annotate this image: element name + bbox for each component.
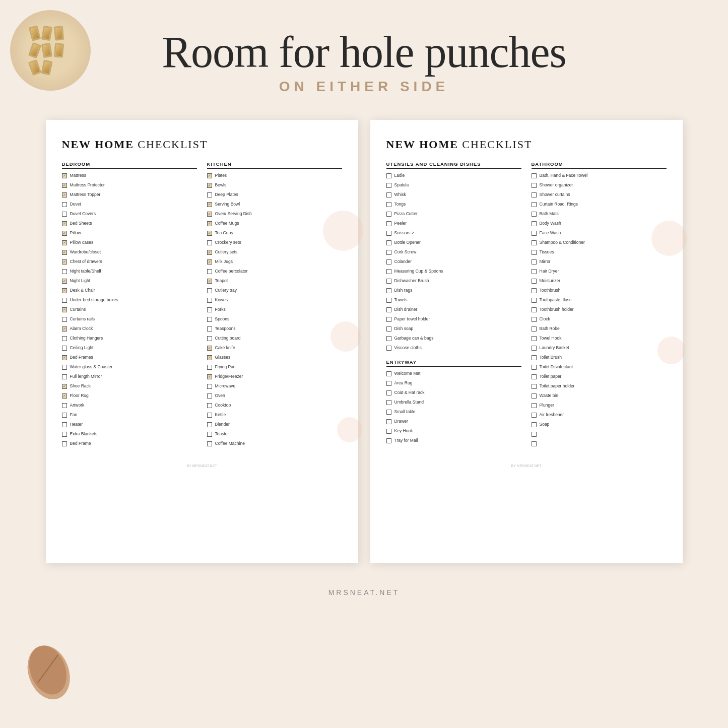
checkbox[interactable] (207, 192, 212, 197)
checkbox[interactable] (532, 279, 537, 284)
checkbox[interactable] (386, 419, 391, 424)
checkbox[interactable] (207, 384, 212, 389)
checkbox[interactable] (386, 336, 391, 341)
checkbox[interactable] (532, 346, 537, 351)
checkbox[interactable] (532, 307, 537, 312)
checkbox[interactable] (62, 393, 67, 399)
checkbox[interactable] (62, 326, 67, 332)
checkbox[interactable] (207, 326, 212, 332)
checkbox[interactable] (532, 259, 537, 264)
checkbox[interactable] (207, 240, 212, 245)
checkbox[interactable] (532, 374, 537, 379)
checkbox[interactable] (532, 221, 537, 226)
checkbox[interactable] (62, 307, 67, 312)
checkbox[interactable] (207, 221, 212, 226)
checkbox[interactable] (62, 441, 67, 446)
checkbox[interactable] (62, 279, 67, 284)
checkbox[interactable] (532, 269, 537, 274)
checkbox[interactable] (532, 288, 537, 293)
checkbox[interactable] (532, 298, 537, 303)
checkbox[interactable] (386, 250, 391, 255)
checkbox[interactable] (207, 393, 212, 399)
checkbox[interactable] (386, 298, 391, 303)
checkbox[interactable] (207, 403, 212, 408)
checkbox[interactable] (532, 336, 537, 341)
checkbox[interactable] (207, 269, 212, 274)
checkbox[interactable] (386, 173, 391, 178)
checkbox[interactable] (62, 231, 67, 236)
checkbox[interactable] (386, 346, 391, 351)
checkbox[interactable] (386, 259, 391, 264)
checkbox[interactable] (532, 413, 537, 418)
checkbox[interactable] (386, 183, 391, 188)
checkbox[interactable] (532, 192, 537, 197)
checkbox[interactable] (62, 384, 67, 389)
checkbox[interactable] (532, 432, 537, 437)
checkbox[interactable] (62, 259, 67, 264)
checkbox[interactable] (386, 307, 391, 312)
checkbox[interactable] (207, 307, 212, 312)
checkbox[interactable] (62, 183, 67, 188)
checkbox[interactable] (62, 374, 67, 379)
checkbox[interactable] (532, 231, 537, 236)
checkbox[interactable] (386, 231, 391, 236)
checkbox[interactable] (62, 173, 67, 178)
checkbox[interactable] (207, 183, 212, 188)
checkbox[interactable] (386, 381, 391, 386)
checkbox[interactable] (207, 231, 212, 236)
checkbox[interactable] (207, 422, 212, 427)
checkbox[interactable] (532, 384, 537, 389)
checkbox[interactable] (386, 221, 391, 226)
checkbox[interactable] (386, 212, 391, 217)
checkbox[interactable] (532, 403, 537, 408)
checkbox[interactable] (207, 336, 212, 341)
checkbox[interactable] (386, 371, 391, 376)
checkbox[interactable] (207, 259, 212, 264)
checkbox[interactable] (62, 221, 67, 226)
checkbox[interactable] (532, 326, 537, 332)
checkbox[interactable] (532, 250, 537, 255)
checkbox[interactable] (207, 355, 212, 360)
checkbox[interactable] (207, 432, 212, 437)
checkbox[interactable] (62, 250, 67, 255)
checkbox[interactable] (386, 279, 391, 284)
checkbox[interactable] (62, 269, 67, 274)
checkbox[interactable] (532, 202, 537, 207)
checkbox[interactable] (532, 422, 537, 427)
checkbox[interactable] (207, 374, 212, 379)
checkbox[interactable] (62, 403, 67, 408)
checkbox[interactable] (62, 212, 67, 217)
checkbox[interactable] (62, 240, 67, 245)
checkbox[interactable] (62, 365, 67, 370)
checkbox[interactable] (207, 317, 212, 322)
checkbox[interactable] (386, 240, 391, 245)
checkbox[interactable] (386, 326, 391, 332)
checkbox[interactable] (207, 250, 212, 255)
checkbox[interactable] (386, 390, 391, 395)
checkbox[interactable] (207, 279, 212, 284)
checkbox[interactable] (62, 288, 67, 293)
checkbox[interactable] (62, 202, 67, 207)
checkbox[interactable] (386, 288, 391, 293)
checkbox[interactable] (62, 192, 67, 197)
checkbox[interactable] (386, 269, 391, 274)
checkbox[interactable] (62, 298, 67, 303)
checkbox[interactable] (532, 365, 537, 370)
checkbox[interactable] (62, 346, 67, 351)
checkbox[interactable] (532, 441, 537, 446)
checkbox[interactable] (532, 240, 537, 245)
checkbox[interactable] (532, 212, 537, 217)
checkbox[interactable] (62, 355, 67, 360)
checkbox[interactable] (386, 202, 391, 207)
checkbox[interactable] (62, 413, 67, 418)
checkbox[interactable] (386, 438, 391, 443)
checkbox[interactable] (532, 317, 537, 322)
checkbox[interactable] (62, 422, 67, 427)
checkbox[interactable] (386, 192, 391, 197)
checkbox[interactable] (207, 346, 212, 351)
checkbox[interactable] (207, 202, 212, 207)
checkbox[interactable] (532, 355, 537, 360)
checkbox[interactable] (386, 429, 391, 434)
checkbox[interactable] (532, 183, 537, 188)
checkbox[interactable] (532, 393, 537, 399)
